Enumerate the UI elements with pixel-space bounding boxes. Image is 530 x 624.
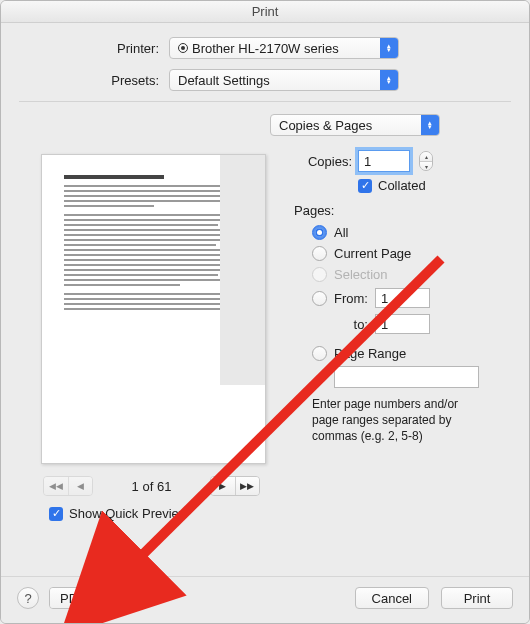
prev-page-buttons[interactable]: ◀◀ ◀ <box>43 476 93 496</box>
pages-range-hint: Enter page numbers and/or page ranges se… <box>312 388 477 445</box>
pages-selection-radio <box>312 267 327 282</box>
popup-arrows-icon: ▴▾ <box>421 115 439 135</box>
window-title: Print <box>1 1 529 23</box>
pages-to-label: to: <box>334 317 368 332</box>
copies-stepper[interactable]: ▴ ▾ <box>419 151 433 171</box>
pages-all-label: All <box>334 225 348 240</box>
chevron-down-icon: ▾ <box>420 161 432 170</box>
printer-status-icon <box>178 43 188 53</box>
presets-value: Default Settings <box>178 73 270 88</box>
pages-from-label: From: <box>334 291 368 306</box>
show-quick-preview-label: Show Quick Preview <box>69 506 188 521</box>
last-page-icon: ▶▶ <box>235 477 259 495</box>
first-page-icon: ◀◀ <box>44 477 68 495</box>
pages-current-label: Current Page <box>334 246 411 261</box>
pages-current-radio[interactable] <box>312 246 327 261</box>
next-page-icon: ▶ <box>211 477 235 495</box>
next-page-buttons[interactable]: ▶ ▶▶ <box>210 476 260 496</box>
pages-all-radio[interactable] <box>312 225 327 240</box>
collated-checkbox[interactable] <box>358 179 372 193</box>
chevron-up-icon: ▴ <box>420 152 432 161</box>
popup-arrows-icon: ▴▾ <box>380 70 398 90</box>
pages-range-label: Page Range <box>334 346 406 361</box>
chevron-down-icon: ▾ <box>96 588 114 608</box>
print-button[interactable]: Print <box>441 587 513 609</box>
printer-value: Brother HL-2170W series <box>192 41 339 56</box>
pages-from-radio[interactable] <box>312 291 327 306</box>
cancel-button[interactable]: Cancel <box>355 587 429 609</box>
printer-popup[interactable]: Brother HL-2170W series ▴▾ <box>169 37 399 59</box>
printer-label: Printer: <box>19 41 169 56</box>
panel-popup[interactable]: Copies & Pages ▴▾ <box>270 114 440 136</box>
help-button[interactable]: ? <box>17 587 39 609</box>
pages-range-radio[interactable] <box>312 346 327 361</box>
panel-value: Copies & Pages <box>279 118 372 133</box>
collated-label: Collated <box>378 178 426 193</box>
copies-label: Copies: <box>294 154 352 169</box>
pages-from-input[interactable]: 1 <box>375 288 430 308</box>
copies-input[interactable]: 1 <box>358 150 410 172</box>
page-preview <box>41 154 266 464</box>
prev-page-icon: ◀ <box>68 477 92 495</box>
pages-selection-label: Selection <box>334 267 387 282</box>
popup-arrows-icon: ▴▾ <box>380 38 398 58</box>
show-quick-preview-checkbox[interactable] <box>49 507 63 521</box>
pdf-popup[interactable]: PDF ▾ <box>49 587 115 609</box>
divider <box>19 101 511 102</box>
pages-label: Pages: <box>294 203 511 218</box>
presets-popup[interactable]: Default Settings ▴▾ <box>169 69 399 91</box>
pdf-label: PDF <box>50 588 96 608</box>
pages-to-input[interactable]: 1 <box>375 314 430 334</box>
presets-label: Presets: <box>19 73 169 88</box>
page-indicator: 1 of 61 <box>132 479 172 494</box>
pages-range-input[interactable] <box>334 366 479 388</box>
